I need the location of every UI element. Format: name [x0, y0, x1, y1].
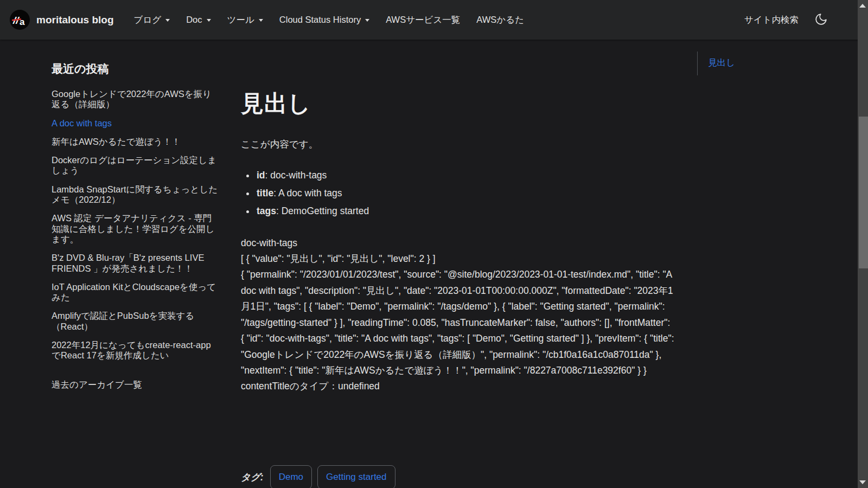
site-search-link[interactable]: サイト内検索: [736, 11, 807, 29]
scrollbar-thumb[interactable]: [859, 117, 868, 268]
scrollbar[interactable]: [858, 0, 868, 488]
meta-key: title: [257, 188, 273, 198]
tags-label: タグ:: [241, 471, 264, 484]
chevron-down-icon: [259, 19, 263, 24]
meta-key: id: [257, 170, 265, 181]
meta-value: : A doc with tags: [273, 188, 342, 198]
nav-item-label: AWSサービス一覧: [386, 14, 460, 26]
recent-posts-list: Googleトレンドで2022年のAWSを振り返る（詳細版） A doc wit…: [52, 89, 220, 361]
nav-item-tools[interactable]: ツール: [219, 11, 271, 29]
main-content: 見出し ここが内容です。 id: doc-with-tags title: A …: [241, 40, 675, 488]
navbar-left: // a moritalous blog ブログ Doc ツール Cloud S…: [10, 10, 532, 30]
nav-item-blog[interactable]: ブログ: [126, 11, 178, 29]
toc-item: 見出し: [708, 57, 858, 69]
intro-text: ここが内容です。: [241, 137, 675, 152]
sidebar-post-link[interactable]: Dockerのログはローテーション設定しましょう: [52, 155, 220, 176]
chevron-down-icon: [365, 19, 369, 24]
sidebar-post-link[interactable]: B'z DVD & Blu-ray「B'z presents LIVE FRIE…: [52, 253, 220, 274]
navbar-right: サイト内検索: [736, 10, 830, 30]
nav-item-label: ツール: [227, 14, 254, 26]
scroll-up-arrow-icon[interactable]: [859, 4, 866, 8]
meta-value: : DemoGetting started: [276, 206, 369, 216]
sidebar-post-link[interactable]: Lambda SnapStartに関するちょっとしたメモ（2022/12）: [52, 184, 220, 206]
toc-list: 見出し: [697, 52, 858, 75]
sidebar-post-link[interactable]: 新年はAWSかるたで遊ぼう！！: [52, 137, 220, 147]
page-body: 最近の投稿 Googleトレンドで2022年のAWSを振り返る（詳細版） A d…: [0, 40, 868, 488]
meta-key: tags: [257, 206, 276, 216]
tag-pill-getting-started[interactable]: Getting started: [317, 465, 395, 488]
list-item-id: id: doc-with-tags: [256, 166, 675, 184]
sidebar-post-link[interactable]: AWS 認定 データアナリティクス - 専門知識に合格しました！学習ログを公開し…: [52, 213, 220, 245]
tag-pill-demo[interactable]: Demo: [270, 465, 312, 488]
nav-item-aws-karuta[interactable]: AWSかるた: [468, 11, 532, 29]
site-title: moritalous blog: [36, 14, 114, 26]
sidebar-post-link-active[interactable]: A doc with tags: [52, 118, 220, 129]
meta-list: id: doc-with-tags title: A doc with tags…: [256, 166, 675, 220]
brand-link[interactable]: // a moritalous blog: [10, 10, 114, 30]
scroll-down-arrow-icon[interactable]: [859, 480, 866, 484]
tags-row: タグ: Demo Getting started: [241, 465, 675, 488]
debug-output: doc-with-tags [ { "value": "見出し", "id": …: [241, 235, 675, 440]
svg-text:a: a: [20, 17, 25, 27]
nav-item-cloud-status-history[interactable]: Cloud Status History: [271, 11, 378, 28]
meta-value: : doc-with-tags: [265, 170, 327, 181]
site-logo-icon: // a: [10, 10, 30, 30]
sidebar-post-link[interactable]: Googleトレンドで2022年のAWSを振り返る（詳細版）: [52, 89, 220, 110]
debug-line: contentTitleのタイプ：undefined: [241, 378, 675, 394]
sidebar-post-link[interactable]: IoT Application KitとCloudscapeを使ってみた: [52, 282, 220, 303]
recent-posts-sidebar: 最近の投稿 Googleトレンドで2022年のAWSを振り返る（詳細版） A d…: [52, 61, 220, 488]
sidebar-heading: 最近の投稿: [52, 61, 220, 76]
page-title: 見出し: [241, 88, 675, 119]
debug-line: [ { "value": "見出し", "id": "見出し", "level"…: [241, 251, 675, 267]
dark-mode-toggle-button[interactable]: [812, 10, 830, 30]
navbar: // a moritalous blog ブログ Doc ツール Cloud S…: [0, 0, 868, 40]
nav-item-label: Doc: [186, 15, 202, 25]
moon-icon: [814, 12, 828, 28]
chevron-down-icon: [165, 19, 170, 24]
nav-item-doc[interactable]: Doc: [178, 11, 219, 28]
nav-item-label: ブログ: [134, 14, 162, 26]
nav-item-label: Cloud Status History: [279, 15, 361, 25]
table-of-contents: 見出し: [697, 52, 858, 488]
debug-line: doc-with-tags: [241, 235, 675, 251]
chevron-down-icon: [207, 19, 211, 24]
list-item-tags: tags: DemoGetting started: [256, 202, 675, 220]
nav-item-aws-services[interactable]: AWSサービス一覧: [378, 11, 468, 29]
sidebar-post-link[interactable]: Amplifyで認証とPubSubを実装する（React）: [52, 311, 220, 332]
sidebar-post-link[interactable]: 2022年12月になってもcreate-react-appでReact 17を新…: [52, 340, 220, 361]
debug-line: { "permalink": "/2023/01/01/2023/test", …: [241, 267, 675, 378]
archive-link[interactable]: 過去のアーカイブ一覧: [52, 379, 220, 391]
list-item-title: title: A doc with tags: [256, 184, 675, 202]
nav-item-label: AWSかるた: [476, 14, 524, 26]
toc-link-midashi[interactable]: 見出し: [708, 57, 735, 67]
